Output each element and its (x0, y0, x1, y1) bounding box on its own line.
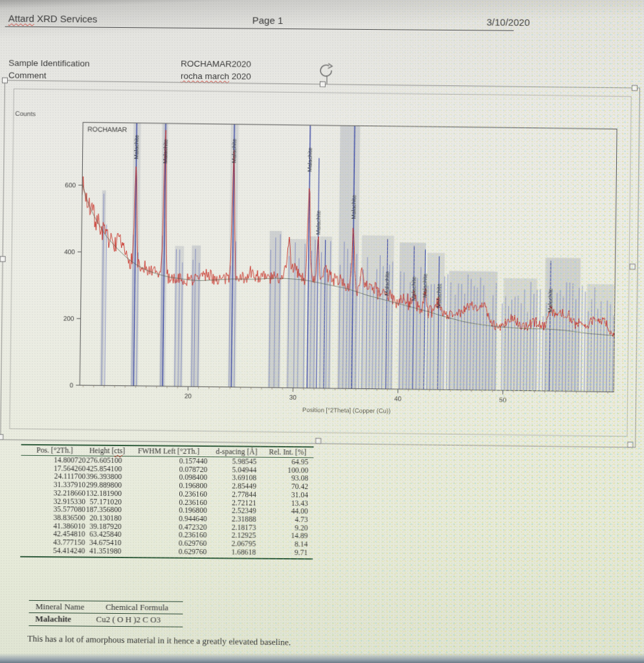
screen-photo: Attard XRD Services Page 1 3/10/2020 Sam… (0, 0, 644, 663)
cell: 0.236160 (179, 491, 211, 499)
mineral-table: Mineral NameChemical Formula MalachiteCu… (28, 600, 183, 627)
footer-note: This has a lot of amorphous material in … (27, 634, 291, 648)
column-header: Chemical Formula (105, 602, 168, 613)
handle-middle-left[interactable] (0, 256, 6, 262)
header-part: Height [ (89, 447, 114, 455)
peak-label: Malachite (315, 210, 322, 235)
peak-label: Malachite (350, 195, 357, 219)
peak-label: Malachite (421, 273, 428, 298)
peak-table: Pos. [°2Th.]Height [cts]FWHM Left [°2Th.… (20, 444, 313, 560)
cell: 1.68618 (232, 548, 261, 557)
header-rule (5, 27, 514, 31)
svg-text:400: 400 (64, 248, 75, 255)
svg-text:30: 30 (289, 394, 297, 401)
svg-text:600: 600 (65, 181, 76, 188)
sample-id-value: ROCHAMAR2020 (181, 59, 251, 69)
header-part: ] (122, 447, 125, 455)
peak-label: Malachite (436, 284, 442, 308)
peak-label: Malachite (162, 139, 168, 164)
peak-label: Malachite (230, 139, 237, 163)
cell: 0.629760 (179, 548, 211, 556)
cell: 2.31888 (232, 515, 261, 524)
svg-text:20: 20 (184, 392, 192, 399)
table-row: 54.41424041.3519800.6297601.686189.71 (20, 547, 313, 557)
peak-label: Malachite (384, 271, 390, 296)
cell: 132.181900 (86, 489, 126, 498)
header-page-number: Page 1 (252, 15, 283, 26)
svg-text:200: 200 (63, 315, 74, 322)
svg-text:50: 50 (499, 396, 507, 403)
comment-value: rocha march 2020 (181, 71, 251, 82)
comment-rest: 2020 (229, 71, 251, 81)
xrd-plot-svg: ROCHAMAR020040060020304050Position [°2Th… (0, 80, 640, 445)
header-left: Attard XRD Services (8, 13, 98, 25)
peak-label: Malachite (133, 135, 140, 159)
rotation-handle-icon[interactable] (313, 62, 340, 85)
handle-bottom-right[interactable] (627, 442, 633, 447)
column-header: Rel. Int. [%] (269, 448, 306, 456)
table-row: MalachiteCu2 ( O H )2 C O3 (28, 613, 183, 627)
xrd-chart-object[interactable]: Counts ROCHAMAR020040060020304050Positio… (0, 80, 640, 448)
header-left-rest: XRD Services (34, 13, 98, 25)
svg-text:40: 40 (394, 395, 402, 402)
cell: 4.73 (294, 516, 313, 524)
cell: 9.71 (294, 549, 313, 557)
column-header: Pos. [°2Th.] (36, 446, 73, 455)
mineral-table-body: MalachiteCu2 ( O H )2 C O3 (28, 613, 183, 627)
cell: 2.77844 (232, 491, 261, 499)
column-header: d-spacing [Å] (216, 447, 257, 456)
column-header: Height [cts] (89, 447, 125, 455)
cell: Malachite (28, 614, 91, 625)
svg-text:0: 0 (70, 381, 74, 388)
header-date: 3/10/2020 (487, 16, 530, 28)
peak-label: Malachite (307, 148, 313, 172)
column-header: FWHM Left [°2Th.] (138, 447, 199, 456)
cell: 41.351980 (89, 547, 125, 556)
sample-id-label: Sample Identification (8, 58, 89, 69)
cell: 64.95 (291, 458, 313, 467)
cell: 54.414240 (53, 547, 87, 556)
comment-label: Comment (8, 71, 47, 80)
peak-table-body: 14.800720276.6051000.1574405.9854564.951… (20, 456, 313, 560)
svg-text:Position [°2Theta] (Copper (Cu: Position [°2Theta] (Copper (Cu)) (302, 406, 390, 414)
document-page: Attard XRD Services Page 1 3/10/2020 Sam… (0, 0, 644, 663)
cell: 0.944640 (179, 515, 211, 524)
cell: Cu2 ( O H )2 C O3 (91, 614, 183, 625)
handle-bottom-middle[interactable] (315, 438, 321, 444)
cell: 8.14 (294, 541, 313, 549)
comment-misspelled: rocha march (181, 71, 229, 82)
cell: 32.218660 (54, 489, 88, 498)
column-header: Mineral Name (36, 601, 85, 612)
handle-top-left[interactable] (2, 78, 8, 84)
handle-middle-right[interactable] (630, 264, 636, 269)
handle-bottom-left[interactable] (0, 434, 3, 440)
svg-text:ROCHAMAR: ROCHAMAR (87, 125, 128, 133)
cell: 31.04 (291, 491, 313, 500)
header-left-word: Attard (8, 13, 34, 24)
peak-label: Malachite (547, 288, 553, 313)
mineral-table-header: Mineral NameChemical Formula (29, 600, 183, 614)
peak-label: Malachite (410, 276, 417, 301)
header-misspelled: cts (114, 447, 122, 455)
handle-top-right[interactable] (632, 85, 638, 91)
